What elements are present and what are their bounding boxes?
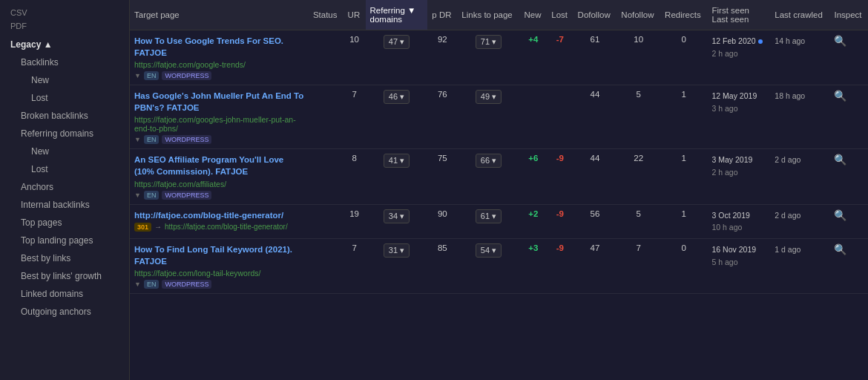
cell-status (309, 149, 343, 204)
cell-lost: -9 (547, 204, 573, 239)
cell-last-crawled: 2 d ago (770, 204, 829, 239)
sidebar-item-new[interactable]: New (0, 71, 129, 89)
cell-nofollow: 5 (617, 85, 660, 149)
referring-domains-dropdown[interactable]: 46 ▾ (384, 90, 410, 104)
cell-links-to-page: 66 ▾ (457, 149, 519, 204)
cell-ur: 19 (343, 204, 366, 239)
main-content: Target page Status UR Referring ▼domains… (130, 0, 868, 380)
referring-domains-dropdown[interactable]: 47 ▾ (384, 35, 410, 49)
cell-nofollow: 7 (617, 239, 660, 294)
col-dofollow[interactable]: Dofollow (573, 0, 617, 30)
cell-inspect: 🔍 (829, 149, 868, 204)
badge-en: EN (144, 71, 160, 80)
cell-first-last-seen: 3 Oct 201910 h ago (708, 204, 771, 239)
cell-ur: 8 (343, 149, 366, 204)
badge-wordpress: WORDPRESS (162, 71, 211, 80)
cell-ur: 10 (343, 30, 366, 85)
referring-domains-dropdown[interactable]: 31 ▾ (384, 243, 410, 258)
cell-first-last-seen: 3 May 20192 h ago (708, 149, 771, 204)
col-last-crawled[interactable]: Last crawled (770, 0, 829, 30)
page-title-link[interactable]: How To Find Long Tail Keyword (2021). FA… (134, 243, 304, 267)
col-referring-domains[interactable]: Referring ▼domains (366, 0, 428, 30)
links-to-page-dropdown[interactable]: 49 ▾ (476, 90, 502, 104)
cell-new: +6 (520, 149, 548, 204)
col-dr[interactable]: p DR (427, 0, 457, 30)
page-url[interactable]: https://fatjoe.com/affiliates/ (134, 180, 304, 189)
cell-first-last-seen: 12 Feb 20202 h ago (708, 30, 771, 85)
links-to-page-dropdown[interactable]: 66 ▾ (476, 154, 502, 168)
page-title-link[interactable]: Has Google's John Mueller Put An End To … (134, 90, 304, 114)
page-url[interactable]: https://fatjoe.com/google-trends/ (134, 60, 304, 69)
sidebar-item-referring-lost[interactable]: Lost (0, 160, 129, 178)
cell-referring-domains: 31 ▾ (366, 239, 428, 294)
badge-wordpress: WORDPRESS (162, 191, 211, 200)
inspect-button[interactable]: 🔍 (834, 35, 846, 47)
sidebar-item-broken-backlinks[interactable]: Broken backlinks (0, 107, 129, 125)
col-lost[interactable]: Lost (547, 0, 573, 30)
cell-new: +4 (520, 30, 548, 85)
col-ur[interactable]: UR (343, 0, 366, 30)
cell-dr: 75 (427, 149, 457, 204)
cell-ur: 7 (343, 239, 366, 294)
inspect-button[interactable]: 🔍 (834, 243, 846, 255)
sidebar-item-top-pages[interactable]: Top pages (0, 214, 129, 232)
cell-redirects: 1 (660, 204, 707, 239)
cell-nofollow: 10 (617, 30, 660, 85)
sidebar-item-lost[interactable]: Lost (0, 89, 129, 107)
col-nofollow[interactable]: Nofollow (617, 0, 660, 30)
col-status[interactable]: Status (309, 0, 343, 30)
sidebar-item-linked-domains[interactable]: Linked domains (0, 285, 129, 303)
csv-button[interactable]: CSV (0, 6, 129, 19)
cell-last-crawled: 18 h ago (770, 85, 829, 149)
cell-inspect: 🔍 (829, 85, 868, 149)
cell-dofollow: 44 (573, 149, 617, 204)
sidebar: CSV PDF Legacy ▲ Backlinks New Lost Brok… (0, 0, 130, 380)
cell-referring-domains: 41 ▾ (366, 149, 428, 204)
cell-links-to-page: 54 ▾ (457, 239, 519, 294)
sidebar-item-top-landing-pages[interactable]: Top landing pages (0, 232, 129, 249)
sidebar-item-outgoing-anchors[interactable]: Outgoing anchors (0, 303, 129, 321)
links-to-page-dropdown[interactable]: 54 ▾ (476, 243, 502, 258)
inspect-button[interactable]: 🔍 (834, 154, 846, 166)
page-title-link[interactable]: How To Use Google Trends For SEO. FATJOE (134, 35, 304, 59)
pdf-button[interactable]: PDF (0, 19, 129, 33)
cell-ur: 7 (343, 85, 366, 149)
cell-status (309, 239, 343, 294)
cell-inspect: 🔍 (829, 239, 868, 294)
referring-domains-dropdown[interactable]: 41 ▾ (384, 154, 410, 168)
col-links-to-page[interactable]: Links to page (457, 0, 519, 30)
col-new[interactable]: New (520, 0, 548, 30)
referring-domains-dropdown[interactable]: 34 ▾ (384, 209, 410, 223)
links-to-page-dropdown[interactable]: 71 ▾ (476, 35, 502, 49)
cell-redirects: 0 (660, 30, 707, 85)
cell-status (309, 204, 343, 239)
inspect-button[interactable]: 🔍 (834, 90, 846, 102)
badge-en: EN (144, 280, 160, 289)
sidebar-item-best-by-links[interactable]: Best by links (0, 249, 129, 267)
col-inspect[interactable]: Inspect (829, 0, 868, 30)
cell-new (520, 85, 548, 149)
sidebar-item-best-by-links-growth[interactable]: Best by links' growth (0, 267, 129, 285)
links-to-page-dropdown[interactable]: 61 ▾ (476, 209, 502, 223)
cell-lost: -9 (547, 149, 573, 204)
page-title-link[interactable]: http://fatjoe.com/blog-title-generator/ (134, 209, 304, 221)
cell-redirects: 1 (660, 149, 707, 204)
cell-status (309, 30, 343, 85)
sidebar-item-referring-domains[interactable]: Referring domains (0, 125, 129, 142)
cell-redirects: 0 (660, 239, 707, 294)
legacy-header[interactable]: Legacy ▲ (0, 36, 129, 53)
col-redirects[interactable]: Redirects (660, 0, 707, 30)
sidebar-item-anchors[interactable]: Anchors (0, 178, 129, 196)
inspect-button[interactable]: 🔍 (834, 209, 846, 221)
cell-redirects: 1 (660, 85, 707, 149)
col-first-last-seen[interactable]: First seenLast seen (708, 0, 771, 30)
page-title-link[interactable]: An SEO Affiliate Program You'll Love (10… (134, 154, 304, 177)
cell-status (309, 85, 343, 149)
sidebar-item-internal-backlinks[interactable]: Internal backlinks (0, 196, 129, 214)
page-url[interactable]: https://fatjoe.com/long-tail-keywords/ (134, 269, 304, 278)
page-url[interactable]: https://fatjoe.com/googles-john-mueller-… (134, 115, 304, 133)
sidebar-item-referring-new[interactable]: New (0, 142, 129, 160)
table-row: An SEO Affiliate Program You'll Love (10… (130, 149, 868, 204)
col-target-page[interactable]: Target page (130, 0, 309, 30)
sidebar-item-backlinks[interactable]: Backlinks (0, 53, 129, 71)
